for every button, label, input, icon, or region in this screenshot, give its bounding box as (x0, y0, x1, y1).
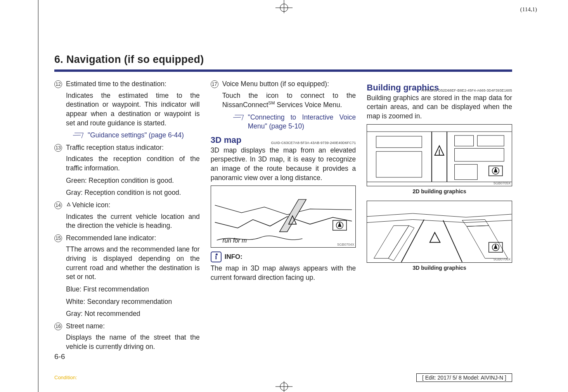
figure-3d-map: run for m 5GB0704X (211, 186, 356, 248)
item-13-body-2: Green: Reception condition is good. (66, 176, 200, 186)
xref-interactive-voice-menu: "Connecting to Interactive Voice Menu" (… (234, 113, 356, 131)
svg-marker-29 (388, 225, 414, 260)
figure-code: 5GB0705X (494, 181, 511, 186)
column-3: Building graphics AIVINJN1-D52D68EF-B8E2… (367, 80, 512, 355)
info-label: INFO: (225, 253, 242, 262)
item-17-body: Touch the icon to connect to the NissanC… (222, 91, 356, 110)
caption-3d-building: 3D building graphics (367, 264, 512, 272)
paragraph-building-graphics: Building graphics are stored in the map … (367, 94, 512, 121)
page-content: 6. Navigation (if so equipped) 12 Estima… (39, 0, 528, 392)
svg-rect-19 (455, 148, 504, 161)
circled-number-icon: 17 (211, 80, 218, 88)
item-13: 13 Traffic reception status indicator: (54, 143, 200, 153)
column-2: 17 Voice Menu button (if so equipped): T… (211, 80, 356, 355)
svg-rect-18 (478, 135, 504, 146)
svg-rect-15 (376, 136, 422, 147)
circled-number-icon: 12 (54, 80, 62, 88)
item-13-title: Traffic reception status indicator: (66, 143, 200, 153)
item-14: 14 Vehicle icon: (54, 201, 200, 210)
svg-marker-32 (430, 232, 440, 242)
item-15-body-1: TThe arrows and the recommended lane for… (66, 245, 200, 282)
svg-marker-25 (494, 167, 498, 172)
svg-marker-10 (338, 222, 341, 227)
page-number: 6-6 (54, 352, 65, 361)
item-16-body: Displays the name of the street that the… (66, 333, 200, 351)
column-1: 12 Estimated time to the destination: In… (54, 80, 200, 355)
svg-line-27 (443, 220, 462, 262)
svg-rect-16 (376, 151, 422, 177)
item-15: 15 Recommended lane indicator: (54, 234, 200, 243)
svg-marker-35 (494, 244, 498, 249)
item-15-body-2: Blue: First recommendation (66, 285, 200, 294)
figure-2d-building-graphics: 5GB0705X (367, 124, 512, 186)
vehicle-triangle-icon (66, 202, 71, 207)
item-17-title: Voice Menu button (if so equipped): (222, 80, 356, 89)
circled-number-icon: 13 (54, 144, 62, 152)
xref-text: "Connecting to Interactive Voice Menu" (… (248, 113, 356, 131)
item-15-title: Recommended lane indicator: (66, 234, 200, 243)
paragraph-3d-map: 3D map displays the map from an elevated… (211, 146, 356, 183)
item-14-body: Indicates the current vehicle location a… (66, 212, 200, 231)
xref-guidance-settings: "Guidance settings" (page 6-44) (74, 131, 200, 140)
svg-rect-20 (455, 164, 478, 179)
item-16: 16 Street name: (54, 322, 200, 331)
chapter-heading: 6. Navigation (if so equipped) (54, 54, 512, 66)
xref-text: "Guidance settings" (page 6-44) (88, 131, 184, 140)
circled-number-icon: 16 (54, 323, 62, 330)
svg-marker-30 (462, 219, 489, 226)
figure-code: 5GB0706X (494, 257, 511, 262)
item-13-body-1: Indicates the reception condition of the… (66, 154, 200, 173)
item-16-title: Street name: (66, 322, 200, 331)
heading-divider (54, 69, 512, 72)
svg-rect-17 (455, 135, 474, 146)
caption-2d-building: 2D building graphics (367, 188, 512, 195)
condition-label: Condition: (54, 375, 77, 380)
item-12-title: Estimated time to the destination: (66, 80, 200, 89)
figure-code: 5GB0704X (337, 242, 354, 247)
info-paragraph: The map in 3D map always appears with th… (211, 264, 356, 282)
svg-text:run for m: run for m (222, 237, 247, 244)
edit-info-box: [ Edit: 2017/ 5/ 8 Model: AIVINJ-N ] (416, 373, 512, 382)
reference-icon (234, 114, 245, 120)
item-12-body: Indicates the estimated time to the dest… (66, 91, 200, 128)
info-callout: i INFO: (211, 252, 356, 262)
figure-3d-building-graphics: 5GB0706X (367, 201, 512, 263)
svg-marker-31 (467, 225, 508, 258)
item-14-title: Vehicle icon: (66, 201, 200, 210)
item-13-body-3: Gray: Reception condition is not good. (66, 188, 200, 198)
item-17: 17 Voice Menu button (if so equipped): (211, 80, 356, 89)
item-15-body-4: Gray: Not recommended (66, 309, 200, 319)
info-icon: i (211, 252, 222, 262)
item-15-body-3: White: Secondary recommendation (66, 297, 200, 307)
circled-number-icon: 14 (54, 201, 62, 209)
svg-line-26 (402, 219, 424, 262)
circled-number-icon: 15 (54, 234, 62, 242)
reference-icon (74, 132, 85, 138)
item-12: 12 Estimated time to the destination: (54, 80, 200, 89)
three-column-layout: 12 Estimated time to the destination: In… (54, 80, 512, 355)
crop-line-left (38, 0, 38, 392)
